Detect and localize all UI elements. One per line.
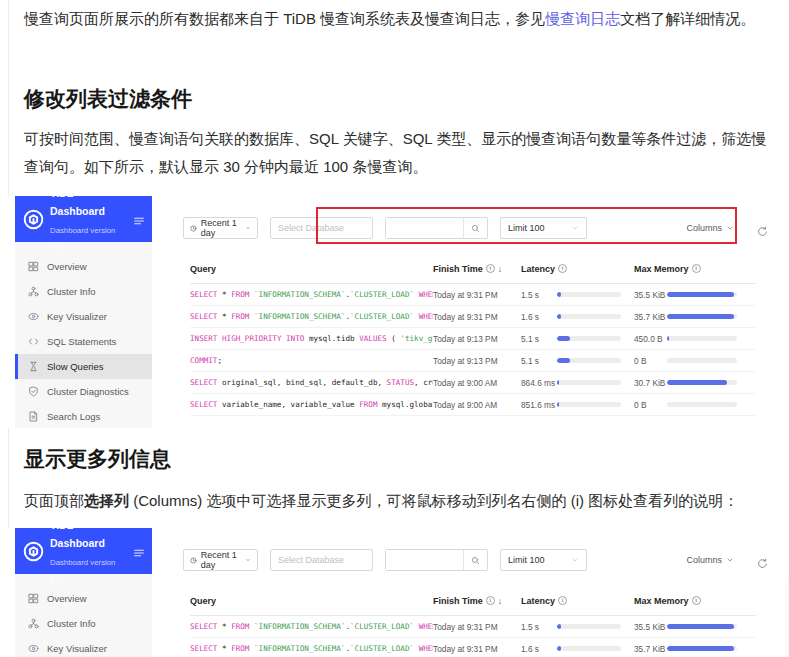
info-icon	[486, 596, 495, 605]
column-header-finish-time[interactable]: Finish Time↓	[433, 596, 521, 606]
query-row[interactable]: COMMIT;Today at 9:13 PM5.1 s0 B	[190, 350, 756, 372]
latency-bar	[557, 646, 621, 651]
sidebar-item-overview[interactable]: Overview	[15, 586, 152, 611]
search-input[interactable]	[386, 550, 463, 570]
time-range-select[interactable]: Recent 1 day	[183, 549, 258, 571]
memory-bar	[667, 646, 737, 651]
sidebar-item-label: Key Visualizer	[47, 311, 107, 322]
chevron-down-icon	[726, 556, 734, 564]
app-title: TiDB Dashboard	[50, 187, 105, 217]
query-row[interactable]: INSERT HIGH_PRIORITY INTO mysql.tidb VAL…	[190, 328, 756, 350]
sidebar-item-label: Cluster Diagnostics	[47, 386, 129, 397]
max-memory-cell: 35.7 KiB	[634, 312, 756, 322]
latency-cell: 1.5 s	[521, 622, 634, 632]
memory-bar	[667, 336, 737, 341]
cluster-info-icon	[28, 286, 39, 297]
sidebar-item-cluster-info[interactable]: Cluster Info	[15, 611, 152, 636]
sidebar-item-search-logs[interactable]: Search Logs	[15, 404, 152, 429]
latency-cell: 864.6 ms	[521, 378, 634, 388]
section-heading-filter: 修改列表过滤条件	[24, 85, 192, 113]
latency-bar	[557, 292, 621, 297]
search-icon[interactable]	[463, 218, 487, 238]
finish-time: Today at 9:31 PM	[433, 622, 521, 632]
finish-time: Today at 9:00 AM	[433, 400, 521, 410]
limit-select[interactable]: Limit 100	[500, 217, 587, 239]
clock-icon	[190, 556, 197, 565]
sidebar-item-sql-statements[interactable]: SQL Statements	[15, 329, 152, 354]
query-row[interactable]: SELECT * FROM `INFORMATION_SCHEMA`.`CLUS…	[190, 284, 756, 306]
memory-bar	[667, 292, 737, 297]
latency-cell: 851.6 ms	[521, 400, 634, 410]
query-sql: SELECT * FROM `INFORMATION_SCHEMA`.`CLUS…	[190, 290, 433, 299]
latency-bar	[557, 624, 621, 629]
sidebar-item-label: Overview	[47, 261, 87, 272]
column-header-latency[interactable]: Latency	[521, 264, 634, 274]
query-sql: SELECT variable_name, variable_value FRO…	[190, 400, 433, 409]
finish-time: Today at 9:31 PM	[433, 290, 521, 300]
sidebar-item-overview[interactable]: Overview	[15, 254, 152, 279]
limit-select[interactable]: Limit 100	[500, 549, 587, 571]
database-select[interactable]	[270, 217, 373, 239]
query-row[interactable]: SELECT * FROM `INFORMATION_SCHEMA`.`CLUS…	[190, 306, 756, 328]
tidb-logo-icon	[23, 541, 44, 562]
column-header-max-memory[interactable]: Max Memory	[634, 264, 756, 274]
search-input[interactable]	[386, 218, 463, 238]
refresh-icon[interactable]	[757, 223, 768, 234]
query-sql: INSERT HIGH_PRIORITY INTO mysql.tidb VAL…	[190, 334, 433, 343]
cluster-diagnostics-icon	[28, 386, 39, 397]
finish-time: Today at 9:00 AM	[433, 378, 521, 388]
sidebar: TiDB Dashboard Dashboard version 4.0.0 O…	[15, 196, 152, 428]
query-row[interactable]: SELECT * FROM `INFORMATION_SCHEMA`.`CLUS…	[190, 616, 756, 638]
sidebar-item-slow-queries[interactable]: Slow Queries	[15, 354, 152, 379]
columns-button[interactable]: Columns	[686, 555, 734, 565]
sidebar-item-label: Cluster Info	[47, 286, 96, 297]
query-sql: SELECT original_sql, bind_sql, default_d…	[190, 378, 433, 387]
collapse-sidebar-icon[interactable]	[133, 545, 145, 557]
info-icon	[692, 596, 701, 605]
latency-cell: 5.1 s	[521, 334, 634, 344]
finish-time: Today at 9:13 PM	[433, 334, 521, 344]
sidebar-nav: OverviewCluster InfoKey Visualizer	[15, 574, 152, 657]
sidebar-header: TiDB Dashboard Dashboard version 4.0.0	[15, 196, 152, 242]
column-header-query[interactable]: Query	[190, 264, 433, 274]
query-row[interactable]: SELECT variable_name, variable_value FRO…	[190, 394, 756, 416]
clock-icon	[190, 224, 197, 233]
sidebar-item-key-visualizer[interactable]: Key Visualizer	[15, 304, 152, 329]
search-icon[interactable]	[463, 550, 487, 570]
dashboard-screenshot-filters: TiDB Dashboard Dashboard version 4.0.0 O…	[8, 196, 782, 428]
column-header-max-memory[interactable]: Max Memory	[634, 596, 756, 606]
info-icon	[558, 264, 567, 273]
sidebar: TiDB Dashboard Dashboard version 4.0.0 O…	[15, 528, 152, 657]
latency-bar	[557, 380, 621, 385]
sidebar-item-cluster-info[interactable]: Cluster Info	[15, 279, 152, 304]
column-header-query[interactable]: Query	[190, 596, 433, 606]
slow-query-table: QueryFinish Time↓LatencyMax Memory SELEC…	[190, 254, 756, 416]
finish-time: Today at 9:31 PM	[433, 644, 521, 654]
memory-bar	[667, 358, 737, 363]
cluster-info-icon	[28, 618, 39, 629]
documentation-page: 慢查询页面所展示的所有数据都来自于 TiDB 慢查询系统表及慢查询日志，参见慢查…	[0, 0, 789, 657]
slow-query-log-link[interactable]: 慢查询日志	[545, 10, 620, 27]
info-icon	[692, 264, 701, 273]
time-range-select[interactable]: Recent 1 day	[183, 217, 258, 239]
collapse-sidebar-icon[interactable]	[133, 213, 145, 225]
main-panel: Recent 1 day Limit 100 Columns	[152, 196, 782, 428]
query-row[interactable]: SELECT original_sql, bind_sql, default_d…	[190, 372, 756, 394]
column-header-finish-time[interactable]: Finish Time↓	[433, 264, 521, 274]
sidebar-item-cluster-diagnostics[interactable]: Cluster Diagnostics	[15, 379, 152, 404]
latency-cell: 1.5 s	[521, 290, 634, 300]
query-sql: SELECT * FROM `INFORMATION_SCHEMA`.`CLUS…	[190, 312, 433, 321]
filter-toolbar: Recent 1 day Limit 100 Columns	[183, 210, 768, 246]
chevron-down-icon	[245, 556, 251, 564]
max-memory-cell: 35.5 KiB	[634, 622, 756, 632]
sidebar-item-key-visualizer[interactable]: Key Visualizer	[15, 636, 152, 657]
columns-button[interactable]: Columns	[686, 223, 734, 233]
database-select[interactable]	[270, 549, 373, 571]
max-memory-cell: 0 B	[634, 400, 756, 410]
refresh-icon[interactable]	[757, 555, 768, 566]
query-row[interactable]: SELECT * FROM `INFORMATION_SCHEMA`.`CLUS…	[190, 638, 756, 657]
sidebar-item-label: Key Visualizer	[47, 643, 107, 654]
column-header-latency[interactable]: Latency	[521, 596, 634, 606]
slow-queries-icon	[28, 361, 39, 372]
max-memory-cell: 35.5 KiB	[634, 290, 756, 300]
